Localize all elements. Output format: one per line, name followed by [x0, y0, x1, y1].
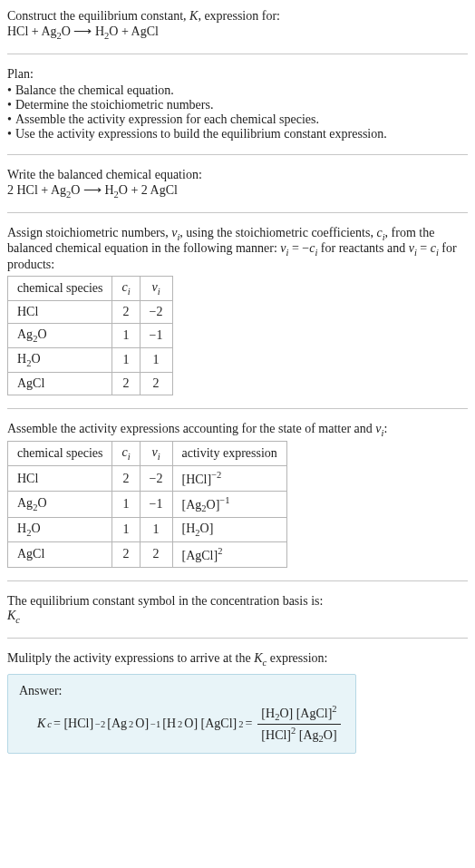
answer-box: Answer: Kc = [HCl]−2 [Ag2O]−1 [H2O] [AgC…: [7, 674, 356, 754]
K-symbol: K: [189, 9, 198, 23]
bullet-icon: •: [7, 83, 12, 98]
plan-title: Plan:: [7, 67, 468, 82]
subscript: i: [128, 452, 131, 462]
col-header: νi: [140, 442, 172, 466]
text: O] [AgCl]: [279, 707, 332, 720]
text: = −: [288, 241, 309, 255]
divider: [7, 154, 468, 155]
subscript: i: [128, 287, 131, 297]
cell: 2: [112, 466, 140, 492]
divider: [7, 54, 468, 54]
cell: HCl: [8, 300, 112, 323]
text: O]: [200, 522, 214, 535]
unbalanced-equation: HCl + Ag2O ⟶ H2O + AgCl: [7, 24, 159, 38]
text: [H: [261, 707, 275, 720]
cell: −1: [140, 491, 172, 517]
col-header: ci: [112, 277, 140, 301]
stoich-table: chemical species ci νi HCl 2 −2 Ag2O 1 −…: [7, 276, 173, 395]
table-row: Ag2O 1 −1: [8, 323, 173, 347]
text: O]: [207, 497, 220, 511]
bullet-icon: •: [7, 98, 12, 112]
plan-section: Plan: •Balance the chemical equation. •D…: [0, 63, 475, 145]
cell: −1: [140, 323, 172, 347]
cell: [H2O]: [172, 518, 286, 542]
plan-item: •Balance the chemical equation.: [7, 83, 468, 98]
col-header: chemical species: [8, 277, 112, 301]
balanced-section: Write the balanced chemical equation: 2 …: [0, 164, 475, 203]
plan-item: •Determine the stoichiometric numbers.: [7, 98, 468, 112]
cell: −2: [140, 466, 172, 492]
text: Ag: [17, 327, 33, 341]
text: Construct the equilibrium constant,: [7, 9, 189, 23]
divider: [7, 212, 468, 213]
text: Assemble the activity expression for eac…: [15, 112, 319, 127]
text: O] [AgCl]: [184, 717, 237, 731]
superscript: −2: [211, 470, 221, 480]
kc-symbol-section: The equilibrium constant symbol in the c…: [0, 590, 475, 629]
text: O: [31, 522, 40, 535]
text: [Ag: [296, 727, 318, 741]
text: Ag: [17, 496, 33, 510]
superscript: 2: [238, 719, 243, 729]
Kc-symbol: K: [254, 651, 262, 665]
text: [Ag: [107, 717, 127, 731]
divider: [7, 638, 468, 639]
cell: 1: [112, 491, 140, 517]
subscript: c: [47, 719, 52, 729]
superscript: −1: [219, 495, 229, 505]
numerator: [H2O] [AgCl]2: [257, 704, 340, 724]
text: :: [383, 422, 387, 435]
text: O]: [324, 727, 337, 741]
cell: 2: [140, 372, 172, 395]
text: 2 HCl + Ag: [7, 183, 66, 197]
superscript: −2: [95, 719, 105, 729]
col-header: ci: [112, 442, 140, 466]
cell: 2: [112, 542, 140, 568]
denominator: [HCl]2 [Ag2O]: [257, 725, 340, 744]
answer-label: Answer:: [19, 684, 344, 698]
fraction: [H2O] [AgCl]2 [HCl]2 [Ag2O]: [257, 704, 340, 744]
subscript: i: [158, 287, 160, 297]
text: O + AgCl: [109, 24, 159, 38]
table-row: chemical species ci νi activity expressi…: [8, 442, 287, 466]
text: Use the activity expressions to build th…: [15, 127, 387, 141]
multiply-section: Mulitply the activity expressions to arr…: [0, 648, 475, 671]
table-row: AgCl 2 2: [8, 372, 173, 395]
subscript: 2: [129, 719, 133, 729]
col-header: activity expression: [172, 442, 286, 466]
text: H: [102, 183, 114, 197]
balanced-equation: 2 HCl + Ag2O ⟶ H2O + 2 AgCl: [7, 183, 178, 197]
bullet-icon: •: [7, 127, 12, 141]
table-row: Ag2O 1 −1 [Ag2O]−1: [8, 491, 287, 517]
cell: [AgCl]2: [172, 542, 286, 568]
Kc-symbol: K: [7, 609, 15, 622]
cell: Ag2O: [8, 491, 112, 517]
table-row: AgCl 2 2 [AgCl]2: [8, 542, 287, 568]
cell: H2O: [8, 518, 112, 542]
table-row: chemical species ci νi: [8, 277, 173, 301]
text: =: [245, 717, 252, 731]
cell: 2: [112, 300, 140, 323]
cell: 2: [140, 542, 172, 568]
text: Assign stoichiometric numbers,: [7, 226, 171, 239]
text: = [HCl]: [53, 717, 93, 731]
cell: 1: [112, 518, 140, 542]
text: HCl + Ag: [7, 24, 57, 38]
text: Balance the chemical equation.: [15, 83, 174, 98]
cell: 2: [112, 372, 140, 395]
bullet-icon: •: [7, 112, 12, 127]
text: O: [62, 24, 74, 38]
col-header: chemical species: [8, 442, 112, 466]
text: [AgCl]: [182, 549, 218, 562]
text: H: [92, 24, 104, 38]
superscript: −1: [150, 719, 160, 729]
text: , using the stoichiometric coefficients,: [179, 226, 376, 239]
text: The equilibrium constant symbol in the c…: [7, 594, 468, 609]
text: O: [71, 183, 83, 197]
text: expression:: [267, 651, 327, 665]
cell: [HCl]−2: [172, 466, 286, 492]
subscript: c: [15, 615, 20, 625]
activity-table: chemical species ci νi activity expressi…: [7, 441, 287, 567]
superscript: 2: [218, 546, 222, 556]
table-row: HCl 2 −2 [HCl]−2: [8, 466, 287, 492]
